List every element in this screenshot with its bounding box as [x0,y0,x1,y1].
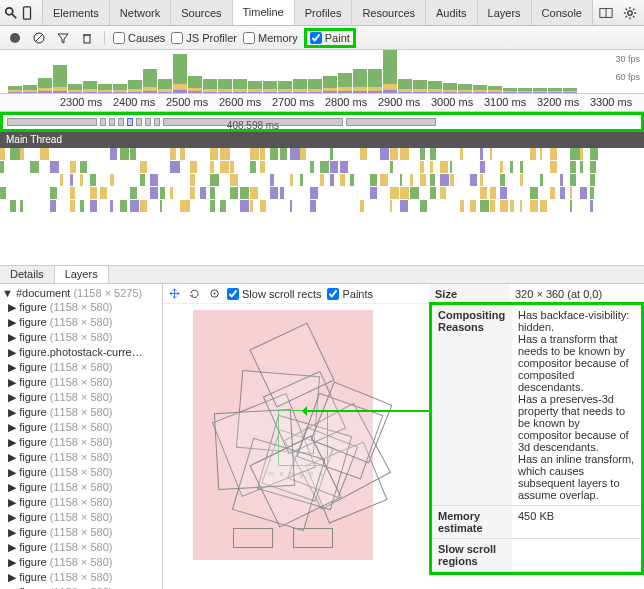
frame-bar[interactable] [218,50,232,93]
flame-block[interactable] [350,174,354,186]
overview-segment[interactable] [154,118,160,126]
gear-icon[interactable] [619,2,641,24]
tree-row[interactable]: ▶ figure (1158 × 580) [2,480,160,495]
flame-block[interactable] [360,200,364,212]
flame-block[interactable] [480,187,487,199]
flame-block[interactable] [110,148,117,160]
flame-block[interactable] [590,148,598,160]
flame-block[interactable] [550,148,557,160]
flame-block[interactable] [90,200,97,212]
flame-block[interactable] [340,174,345,186]
frame-bar[interactable] [488,50,502,93]
flame-block[interactable] [200,187,206,199]
flame-block[interactable] [70,187,75,199]
layer-canvas[interactable]: Slow scroll rects Paints m e a g e s [163,284,429,589]
flame-block[interactable] [120,148,129,160]
flame-block[interactable] [430,148,436,160]
frame-bar[interactable] [383,50,397,93]
reset-icon[interactable] [207,287,221,301]
overview-segment[interactable] [145,118,151,126]
flame-block[interactable] [390,187,399,199]
flame-block[interactable] [230,187,238,199]
flame-block[interactable] [420,174,426,186]
flame-block[interactable] [590,174,595,186]
flame-block[interactable] [290,174,293,186]
frame-bar[interactable] [368,50,382,93]
flame-block[interactable] [490,148,492,160]
frame-bar[interactable] [38,50,52,93]
paint-checkbox[interactable]: Paint [304,28,356,48]
tree-row[interactable]: ▶ figure (1158 × 580) [2,330,160,345]
frame-bar[interactable] [443,50,457,93]
flame-block[interactable] [530,187,538,199]
flame-block[interactable] [90,187,97,199]
flame-block[interactable] [220,200,226,212]
frame-bar[interactable] [83,50,97,93]
search-icon[interactable] [4,2,18,24]
flame-block[interactable] [50,200,56,212]
flame-block[interactable] [570,187,572,199]
frame-bar[interactable] [338,50,352,93]
flame-block[interactable] [320,161,329,173]
frame-bar[interactable] [203,50,217,93]
flame-block[interactable] [220,161,229,173]
flame-block[interactable] [520,174,523,186]
flame-block[interactable] [410,174,413,186]
flame-block[interactable] [570,148,580,160]
flame-block[interactable] [300,174,303,186]
flame-block[interactable] [560,174,563,186]
flame-block[interactable] [250,187,258,199]
frame-bar[interactable] [428,50,442,93]
overview-range[interactable]: 408.598 ms [163,118,343,126]
frame-bar[interactable] [278,50,292,93]
jsprofiler-checkbox[interactable]: JS Profiler [171,32,237,44]
flame-block[interactable] [210,174,219,186]
frame-bar[interactable] [398,50,412,93]
flame-block[interactable] [20,148,24,160]
flame-block[interactable] [330,161,338,173]
flame-block[interactable] [280,148,287,160]
flame-block[interactable] [440,161,448,173]
flame-block[interactable] [110,174,114,186]
flame-block[interactable] [220,148,230,160]
flame-block[interactable] [250,161,256,173]
tree-row[interactable]: ▶ figure (1158 × 580) [2,570,160,585]
overview-segment[interactable] [346,118,436,126]
filter-icon[interactable] [54,29,72,47]
flame-block[interactable] [170,187,173,199]
memory-checkbox[interactable]: Memory [243,32,298,44]
flame-block[interactable] [420,200,427,212]
flame-block[interactable] [270,148,278,160]
flame-block[interactable] [400,174,402,186]
flame-block[interactable] [500,161,503,173]
tab-console[interactable]: Console [532,0,593,25]
frame-bar[interactable] [128,50,142,93]
flame-block[interactable] [460,200,464,212]
flame-block[interactable] [410,187,419,199]
overview-strip[interactable]: 408.598 ms [0,112,644,132]
flame-block[interactable] [90,174,96,186]
flame-block[interactable] [100,187,107,199]
flame-block[interactable] [480,161,485,173]
flame-block[interactable] [230,174,238,186]
layerbox[interactable] [293,528,333,548]
flame-block[interactable] [50,161,59,173]
tree-row[interactable]: ▶ figure (1158 × 580) [2,420,160,435]
overview-segment[interactable] [118,118,124,126]
flame-block[interactable] [180,148,185,160]
flame-block[interactable] [210,200,215,212]
flame-block[interactable] [500,187,507,199]
flame-block[interactable] [390,161,393,173]
tab-details[interactable]: Details [0,266,55,283]
flame-block[interactable] [310,200,316,212]
clear-icon[interactable] [30,29,48,47]
flame-block[interactable] [520,200,522,212]
flame-block[interactable] [60,174,63,186]
flame-block[interactable] [80,174,83,186]
gc-icon[interactable] [78,29,96,47]
tab-layers[interactable]: Layers [55,266,109,283]
flame-block[interactable] [0,187,6,199]
flame-block[interactable] [290,148,300,160]
device-icon[interactable] [20,2,34,24]
frame-bar[interactable] [473,50,487,93]
